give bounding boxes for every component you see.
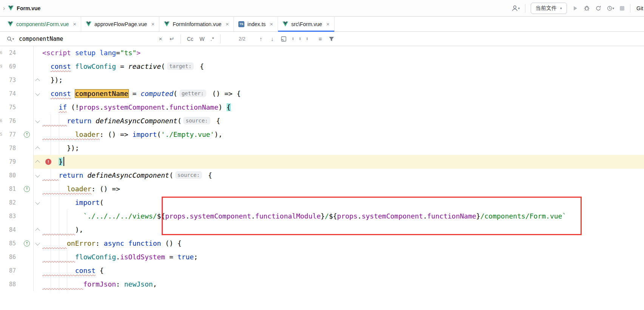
git-menu[interactable]: Git [636, 5, 643, 11]
code-text[interactable]: `./../../../views/${props.systemComponen… [42, 209, 644, 223]
fold-toggle[interactable] [33, 209, 42, 223]
code-text[interactable]: import( [42, 196, 644, 209]
filter-icon[interactable] [327, 34, 336, 43]
code-line[interactable]: 624<script setup lang="ts"> [0, 46, 644, 60]
fold-toggle[interactable] [33, 182, 42, 196]
code-line[interactable]: 80 return defineAsyncComponent(source: { [0, 169, 644, 182]
line-number[interactable]: 82 [4, 196, 20, 209]
line-number[interactable]: 88 [4, 277, 20, 291]
add-occurrence-icon[interactable]: ‖ [292, 36, 294, 42]
profiler-button[interactable]: ▾ [607, 4, 615, 13]
code-line[interactable]: 79! } [0, 155, 644, 169]
gutter-green-arrow-icon[interactable]: ↑ [24, 186, 30, 192]
tab-close-icon[interactable]: × [326, 21, 330, 27]
line-number[interactable]: 81 [4, 182, 20, 196]
code-line[interactable]: 88 formJson: newJson, [0, 277, 644, 291]
error-icon[interactable]: ! [45, 159, 51, 165]
match-case-toggle[interactable]: Cc [187, 36, 193, 42]
fold-toggle[interactable] [33, 264, 42, 277]
prev-occurrence-icon[interactable]: ↑ [256, 34, 266, 43]
fold-toggle[interactable] [33, 237, 42, 250]
code-line[interactable]: 78 }); [0, 141, 644, 155]
open-in-find-window-icon[interactable] [279, 34, 288, 43]
run-with-coverage-button[interactable] [595, 4, 601, 13]
tab-components-form-vue[interactable]: components\Form.vue× [3, 17, 81, 31]
fold-toggle[interactable] [33, 155, 42, 169]
code-text[interactable]: ! } [42, 155, 644, 169]
tab-close-icon[interactable]: × [270, 21, 273, 27]
code-text[interactable]: const flowConfig = reactive(target: { [42, 60, 644, 73]
line-number[interactable]: 87 [4, 264, 20, 277]
tab-src-form-vue[interactable]: src\Form.vue× [278, 17, 334, 31]
code-line[interactable]: 84 ), [0, 223, 644, 237]
code-line[interactable]: 83 `./../../../views/${props.systemCompo… [0, 209, 644, 223]
fold-toggle[interactable] [33, 73, 42, 87]
gutter-green-arrow-icon[interactable]: ↑ [24, 132, 30, 138]
line-number[interactable]: 85 [4, 237, 20, 250]
gutter-green-arrow-icon[interactable]: ↑ [24, 240, 30, 246]
code-line[interactable]: 73 }); [0, 73, 644, 87]
code-line[interactable]: 969 const flowConfig = reactive(target: … [0, 60, 644, 73]
line-number[interactable]: 86 [4, 250, 20, 264]
line-number[interactable]: 79 [4, 155, 20, 169]
line-number[interactable]: 78 [4, 141, 20, 155]
code-text[interactable]: ), [42, 223, 644, 237]
fold-down-icon[interactable] [35, 91, 40, 96]
code-line[interactable]: 577↑ loader: () => import('./Empty.vue')… [0, 128, 644, 141]
line-number[interactable]: 83 [4, 209, 20, 223]
line-number[interactable]: 84 [4, 223, 20, 237]
line-number[interactable]: 69 [4, 60, 20, 73]
regex-toggle[interactable]: .* [210, 36, 214, 42]
fold-toggle[interactable] [33, 101, 42, 114]
line-number[interactable]: 76 [4, 114, 20, 128]
fold-toggle[interactable] [33, 46, 42, 60]
run-button[interactable] [572, 4, 578, 13]
tab-forminformation-vue[interactable]: FormInformation.vue× [159, 17, 234, 31]
code-text[interactable]: onError: async function () { [42, 237, 644, 250]
fold-toggle[interactable] [33, 250, 42, 264]
line-number[interactable]: 80 [4, 169, 20, 182]
fold-down-icon[interactable] [35, 240, 40, 245]
fold-up-icon[interactable] [35, 160, 40, 165]
code-text[interactable]: loader: () => [42, 182, 644, 196]
tab-close-icon[interactable]: × [225, 21, 229, 27]
remove-occurrence-icon[interactable]: ‖ [299, 36, 301, 42]
tab-close-icon[interactable]: × [73, 21, 76, 27]
code-text[interactable]: }); [42, 73, 644, 87]
newline-icon[interactable]: ↵ [167, 34, 176, 43]
fold-down-icon[interactable] [35, 200, 40, 205]
tab-index-ts[interactable]: TSindex.ts× [234, 17, 278, 31]
code-text[interactable]: formJson: newJson, [42, 277, 644, 291]
fold-toggle[interactable] [33, 169, 42, 182]
code-text[interactable]: const componentName = computed(getter: (… [42, 87, 644, 101]
fold-toggle[interactable] [33, 87, 42, 101]
code-area[interactable]: 624<script setup lang="ts">969 const flo… [0, 46, 644, 291]
code-text[interactable]: flowConfig.isOldSystem = true; [42, 250, 644, 264]
code-text[interactable]: const { [42, 264, 644, 277]
code-text[interactable]: }); [42, 141, 644, 155]
code-line[interactable]: 74 const componentName = computed(getter… [0, 87, 644, 101]
editor[interactable]: 624<script setup lang="ts">969 const flo… [0, 46, 644, 310]
fold-toggle[interactable] [33, 277, 42, 291]
line-number[interactable]: 24 [4, 46, 20, 60]
next-occurrence-icon[interactable]: ↓ [268, 34, 277, 43]
line-number[interactable]: 75 [4, 101, 20, 114]
select-all-occurrences-icon[interactable]: ‖ [306, 36, 308, 42]
stop-button[interactable] [619, 4, 625, 13]
debug-button[interactable] [584, 4, 590, 13]
code-line[interactable]: 87 const { [0, 264, 644, 277]
whole-words-toggle[interactable]: W [199, 36, 204, 42]
run-config-selector[interactable]: 当前文件 ▾ [531, 3, 567, 14]
fold-toggle[interactable] [33, 141, 42, 155]
line-number[interactable]: 77 [4, 128, 20, 141]
fold-toggle[interactable] [33, 196, 42, 209]
search-icon[interactable]: ▾ [6, 34, 15, 43]
fold-toggle[interactable] [33, 114, 42, 128]
fold-toggle[interactable] [33, 223, 42, 237]
filter-lines-icon[interactable]: ≡ [316, 34, 325, 43]
code-line[interactable]: 75 if (!props.systemComponent.functionNa… [0, 101, 644, 114]
fold-up-icon[interactable] [35, 146, 40, 151]
line-number[interactable]: 73 [4, 73, 20, 87]
line-number[interactable]: 74 [4, 87, 20, 101]
code-text[interactable]: return defineAsyncComponent(source: { [42, 114, 644, 128]
